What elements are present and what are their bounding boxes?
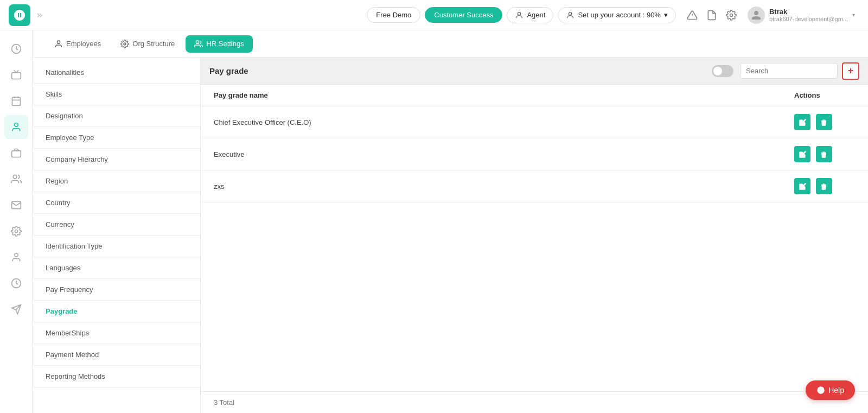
- sidebar-item-user2[interactable]: [4, 245, 28, 269]
- sidebar-item-tv[interactable]: [4, 63, 28, 87]
- menu-item-nationalities[interactable]: Nationalities: [33, 62, 200, 84]
- paygrade-title: Pay grade: [209, 66, 712, 75]
- paygrade-table: Pay grade name Actions Chief Executive O…: [201, 85, 868, 202]
- tab-hr-settings[interactable]: HR Settings: [186, 35, 252, 53]
- customer-success-button[interactable]: Customer Success: [425, 7, 502, 23]
- table-row: zxs: [201, 170, 868, 202]
- menu-item-currency[interactable]: Currency: [33, 214, 200, 236]
- tab-org-structure[interactable]: Org Structure: [112, 35, 183, 53]
- svg-rect-12: [11, 151, 21, 157]
- expand-icon[interactable]: »: [37, 9, 42, 21]
- user-name: Btrak: [769, 8, 848, 16]
- icon-sidebar: [0, 30, 33, 413]
- sidebar-item-timer[interactable]: [4, 271, 28, 295]
- delete-button-1[interactable]: [816, 146, 832, 162]
- svg-point-15: [14, 253, 18, 257]
- main-container: Employees Org Structure HR Settings Nati…: [33, 30, 868, 413]
- add-button[interactable]: +: [842, 62, 859, 80]
- row-name: zxs: [201, 170, 781, 202]
- svg-point-21: [196, 41, 199, 43]
- right-panel: Pay grade + Pay grade name Actions: [201, 58, 868, 413]
- menu-item-company-hierarchy[interactable]: Company Hierarchy: [33, 149, 200, 170]
- sidebar-item-calendar[interactable]: [4, 89, 28, 113]
- menu-item-country[interactable]: Country: [33, 192, 200, 214]
- delete-button-2[interactable]: [816, 178, 832, 194]
- left-menu: Nationalities Skills Designation Employe…: [33, 58, 201, 413]
- table-footer: 3 Total: [201, 391, 868, 413]
- col-actions-header: Actions: [781, 85, 868, 106]
- settings-icon[interactable]: [726, 10, 737, 21]
- menu-item-skills[interactable]: Skills: [33, 84, 200, 105]
- toggle-track: [712, 65, 733, 77]
- edit-button-1[interactable]: [794, 146, 810, 162]
- table-container: Pay grade name Actions Chief Executive O…: [201, 85, 868, 391]
- row-actions: [781, 106, 868, 138]
- menu-item-identification-type[interactable]: Identification Type: [33, 236, 200, 257]
- sidebar-item-gear[interactable]: [4, 219, 28, 243]
- menu-item-memberships[interactable]: MemberShips: [33, 322, 200, 344]
- sidebar-item-person[interactable]: [4, 115, 28, 139]
- menu-item-payment-method[interactable]: Payment Method: [33, 344, 200, 366]
- toggle-switch[interactable]: [712, 65, 733, 77]
- sidebar-item-group[interactable]: [4, 167, 28, 191]
- user-email: btrak607-development@gm...: [769, 16, 848, 22]
- row-name: Chief Executive Officer (C.E.O): [201, 106, 781, 138]
- menu-item-languages[interactable]: Languages: [33, 257, 200, 279]
- total-count: 3 Total: [214, 398, 234, 406]
- user-info: Btrak btrak607-development@gm...: [769, 8, 848, 22]
- toggle-thumb: [713, 67, 722, 75]
- row-actions: [781, 170, 868, 202]
- avatar: [748, 7, 765, 24]
- agent-button[interactable]: Agent: [507, 7, 553, 23]
- help-button[interactable]: Help: [806, 380, 855, 400]
- top-header: » Free Demo Customer Success Agent Set u…: [0, 0, 868, 30]
- sidebar-item-briefcase[interactable]: [4, 141, 28, 165]
- row-actions: [781, 138, 868, 170]
- menu-item-designation[interactable]: Designation: [33, 105, 200, 127]
- document-icon[interactable]: [706, 10, 717, 21]
- table-row: Executive: [201, 138, 868, 170]
- edit-button-0[interactable]: [794, 114, 810, 130]
- sidebar-item-mail[interactable]: [4, 193, 28, 217]
- svg-point-14: [15, 230, 17, 233]
- setup-button[interactable]: Set up your account : 90% ▾: [558, 7, 675, 23]
- sidebar-item-clock[interactable]: [4, 37, 28, 61]
- menu-item-region[interactable]: Region: [33, 170, 200, 192]
- paygrade-header: Pay grade +: [201, 58, 868, 85]
- free-demo-button[interactable]: Free Demo: [367, 7, 420, 23]
- alert-icon[interactable]: [687, 10, 698, 21]
- user-profile[interactable]: Btrak btrak607-development@gm... ▾: [743, 4, 859, 26]
- svg-point-11: [14, 123, 18, 127]
- content-area: Nationalities Skills Designation Employe…: [33, 58, 868, 413]
- sidebar-item-send[interactable]: [4, 297, 28, 321]
- menu-item-paygrade[interactable]: Paygrade: [33, 301, 200, 322]
- app-logo[interactable]: [9, 4, 30, 26]
- col-name-header: Pay grade name: [201, 85, 781, 106]
- menu-item-reporting-methods[interactable]: Reporting Methods: [33, 366, 200, 387]
- user-chevron-icon: ▾: [852, 12, 855, 18]
- svg-point-4: [730, 14, 732, 16]
- svg-point-13: [13, 175, 17, 179]
- svg-point-19: [57, 41, 60, 43]
- row-name: Executive: [201, 138, 781, 170]
- tab-employees[interactable]: Employees: [46, 35, 110, 53]
- svg-rect-6: [11, 73, 21, 79]
- table-row: Chief Executive Officer (C.E.O): [201, 106, 868, 138]
- edit-button-2[interactable]: [794, 178, 810, 194]
- svg-point-20: [124, 43, 126, 45]
- tabs-row: Employees Org Structure HR Settings: [33, 30, 868, 58]
- menu-item-employee-type[interactable]: Employee Type: [33, 127, 200, 149]
- svg-point-0: [518, 12, 521, 15]
- menu-item-pay-frequency[interactable]: Pay Frequency: [33, 279, 200, 301]
- search-input[interactable]: [740, 63, 838, 79]
- delete-button-0[interactable]: [816, 114, 832, 130]
- svg-rect-7: [12, 97, 20, 105]
- svg-point-1: [569, 12, 572, 15]
